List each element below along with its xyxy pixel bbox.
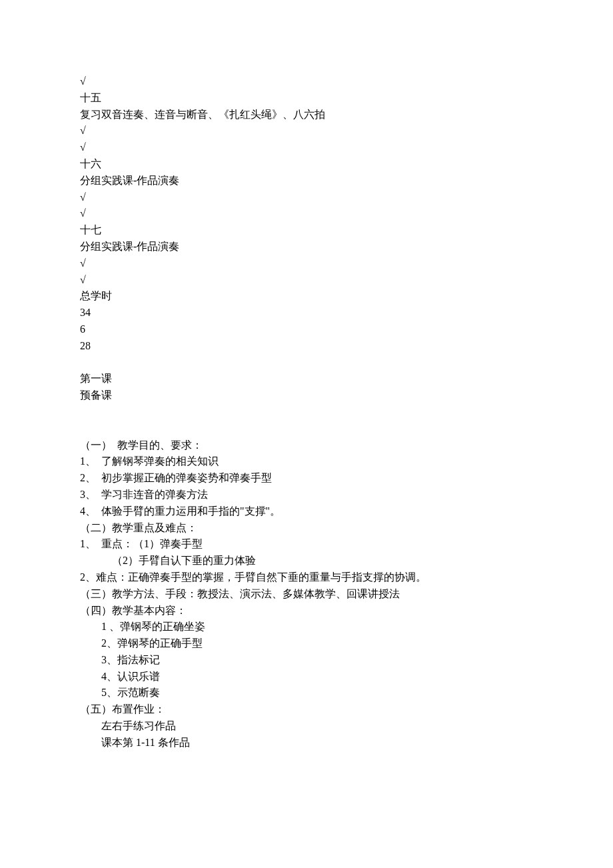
top-line: 十七 [80, 222, 533, 239]
section-item: 4、认识乐谱 [80, 669, 533, 685]
section-title: （五）布置作业： [80, 701, 533, 718]
section-item: 1、 了解钢琴弹奏的相关知识 [80, 453, 533, 470]
section-item: 左右手练习作品 [80, 718, 533, 735]
paragraph-gap [80, 404, 533, 437]
top-line: √ [80, 123, 533, 139]
top-line: √ [80, 73, 533, 90]
section-item: 1、 重点：（1）弹奏手型 [80, 536, 533, 553]
section-subitem: （2）手臂自认下垂的重力体验 [80, 553, 533, 569]
top-line: 分组实践课-作品演奏 [80, 173, 533, 189]
section-title: （一） 教学目的、要求： [80, 437, 533, 454]
lesson-subtitle: 预备课 [80, 387, 533, 404]
section-item: 4、 体验手臂的重力运用和手指的"支撑"。 [80, 503, 533, 520]
top-line: 十五 [80, 90, 533, 107]
section-item: 3、 学习非连音的弹奏方法 [80, 487, 533, 503]
lesson-title: 第一课 [80, 371, 533, 387]
top-line: √ [80, 255, 533, 272]
section-item: 2、弹钢琴的正确手型 [80, 635, 533, 652]
section-item: 2、难点：正确弹奏手型的掌握，手臂自然下垂的重量与手指支撑的协调。 [80, 569, 533, 586]
document-body: √ 十五 复习双音连奏、连音与断音、《扎红头绳》、八六拍 √ √ 十六 分组实践… [80, 73, 533, 751]
section-title: （四）教学基本内容： [80, 603, 533, 619]
section-item: 2、 初步掌握正确的弹奏姿势和弹奏手型 [80, 470, 533, 487]
top-line: 28 [80, 338, 533, 355]
section-title: （二）教学重点及难点： [80, 520, 533, 537]
section-item: 课本第 1-11 条作品 [80, 735, 533, 751]
top-line: √ [80, 139, 533, 156]
top-line: 分组实践课-作品演奏 [80, 239, 533, 255]
top-line: 十六 [80, 156, 533, 173]
top-line: √ [80, 272, 533, 289]
top-line: √ [80, 189, 533, 206]
top-line: 6 [80, 321, 533, 338]
top-line: 34 [80, 305, 533, 321]
top-line: √ [80, 205, 533, 222]
section-item: 1 、弹钢琴的正确坐姿 [80, 619, 533, 635]
paragraph-gap [80, 355, 533, 371]
top-line: 复习双音连奏、连音与断音、《扎红头绳》、八六拍 [80, 107, 533, 123]
section-item: 5、示范断奏 [80, 685, 533, 701]
top-line: 总学时 [80, 288, 533, 305]
section-item: 3、指法标记 [80, 652, 533, 669]
section-title: （三）教学方法、手段：教授法、演示法、多媒体教学、回课讲授法 [80, 586, 533, 603]
